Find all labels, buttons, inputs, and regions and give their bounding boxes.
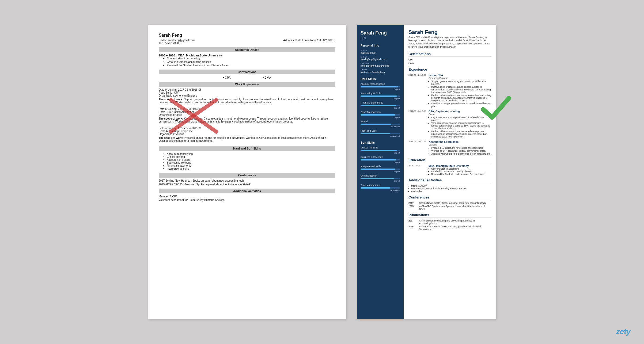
right-pub-2: 2016 Appeared in a BeanCounter Podcast e…	[408, 225, 491, 231]
list-item: Business knowledge	[167, 161, 335, 164]
left-contact-row1: E-Mail: sarahfeng@gmail.com Address: 350…	[159, 39, 335, 42]
right-conf-title: Conferences	[408, 195, 491, 200]
sidebar-soft-skills-title: Soft Skills	[361, 141, 400, 144]
sidebar-twitter: twitter.com/sarahqfeng	[361, 71, 400, 74]
sidebar-linkedin-label: LinkedIn	[361, 62, 400, 64]
list-item: Volunteer accountant for Glade Valley Hu…	[411, 187, 491, 190]
work-org-1: Organization: American Express	[159, 94, 335, 97]
right-summary: Senior CPA and CMA with 8 years' experie…	[408, 36, 491, 49]
conf-2: 2015 AICPA CFO Conference - Spoke on pan…	[159, 183, 335, 186]
sidebar-twitter-label: Twitter	[361, 68, 400, 71]
right-exp-1: 2013-07 - 2018-08 Senior CPA American Ex…	[408, 74, 491, 108]
sidebar-personal-info-title: Personal Info	[361, 44, 400, 47]
exp-bullets-1: Support general accounting functions to …	[431, 80, 491, 108]
sidebar-hard-skills-title: Hard Skills	[361, 77, 400, 81]
list-item: Great in business accounting classes	[167, 60, 335, 63]
list-item: Avid surfer	[411, 190, 491, 193]
right-additional-title: Additional Activities	[408, 178, 491, 183]
zety-watermark: zety	[616, 327, 631, 336]
exp-bullets-2: Key accountant, Cisco global team month-…	[431, 116, 491, 138]
right-cert-title: Certifications	[408, 52, 491, 57]
right-exp-2: 2011-05 - 2013-06 CPA, Capital Accountin…	[408, 110, 491, 138]
soft-skill-4: Communication Expert	[361, 174, 400, 182]
left-work-1: Date of Joining: 2017-03 to 2018-08 Post…	[159, 88, 335, 104]
list-item: Key accountant, Cisco global team month-…	[431, 116, 491, 121]
right-main-name: Sarah Feng	[408, 29, 491, 35]
soft-skill-1: Critical Thinking Expert	[361, 146, 400, 154]
exp-bullets-3: Prepared 15 tax returns for couples and …	[431, 147, 491, 155]
sidebar-phone: 252-623-0300	[361, 52, 400, 54]
right-exp-3: 2011-06 - 2010-05 Accounting Exerpience …	[408, 140, 491, 155]
left-tel: Tel: 252-623-0300	[159, 42, 335, 45]
exp-title-2: CPA, Capital Accounting	[429, 110, 491, 113]
work-org-3: Organization: Various	[159, 133, 335, 136]
exp-title-1: Senior CPA	[429, 74, 491, 77]
list-item: Through account analysis, identified opp…	[431, 122, 491, 130]
left-resume: Sarah Feng E-Mail: sarahfeng@gmail.com A…	[148, 25, 346, 319]
list-item: Interpersonal skills	[167, 167, 335, 170]
list-item: Financial statements	[167, 164, 335, 167]
work-scope-1: The scope of work: Support general accou…	[159, 98, 335, 104]
list-item: Account reconciliation	[167, 152, 335, 155]
conf-1: 2017 Scaling New Heights - Spoke on pane…	[159, 179, 335, 182]
hard-skill-1: Account Reconciliation Expert	[361, 83, 400, 90]
exp-org-1: American Express	[429, 77, 491, 79]
list-item: Critical thinking	[167, 155, 335, 158]
right-activities: Member, AICPA Volunteer accountant for G…	[411, 185, 491, 193]
sidebar-email-label: E-mail	[361, 56, 400, 58]
left-edu-title: 2006 – 2010 - MBA, Michigan State Univer…	[159, 54, 335, 57]
left-email: E-Mail: sarahfeng@gmail.com	[159, 39, 195, 42]
list-item: Accounting IT skills	[167, 158, 335, 161]
sidebar-email: sarahqfeng@gmail.com	[361, 58, 400, 61]
work-joining-3: Date of Joining: 2010-05 to 2011-06	[159, 127, 335, 130]
work-post-3: Post: Accounting Exerpience	[159, 130, 335, 133]
right-edu-title: Education	[408, 158, 491, 163]
left-edu-entry: 2006 – 2010 - MBA, Michigan State Univer…	[159, 54, 335, 67]
cert-cma: • CMA	[263, 76, 271, 79]
list-item: Member, AICPA	[411, 185, 491, 187]
right-edu-entry: 2006 - 2010 MBA, Michigan State Universi…	[408, 165, 491, 175]
list-item: Concentration in accounting	[431, 167, 484, 170]
hard-skill-6: Profit and Loss Advanced	[361, 129, 400, 137]
additional-1: Member, AICPA	[159, 195, 335, 198]
left-contact-info: E-Mail: sarahfeng@gmail.com Address: 350…	[159, 39, 335, 45]
left-edu-bullets: Concentration in accounting Great in bus…	[167, 57, 335, 67]
hard-skill-4: Asset Management Expert	[361, 111, 400, 119]
list-item: Assisted with Quickbooks cleanup for a t…	[431, 152, 491, 155]
right-sidebar-title: CPA	[361, 36, 400, 40]
left-conf-header: Conferences	[159, 173, 335, 178]
exp-title-3: Accounting Exerpience	[429, 140, 491, 143]
left-academic-header: Academic Details	[159, 47, 335, 52]
work-joining-2: Date of Joining: 2011-05 to 2013-06	[159, 108, 335, 110]
soft-skill-2: Business Knowledge Expert	[361, 156, 400, 163]
right-pub-title: Publications	[408, 213, 491, 218]
exp-org-2: Cisco	[429, 113, 491, 116]
list-item: Received the Student Leadership and Serv…	[167, 64, 335, 67]
left-skills-header: Hard and Soft Skills	[159, 146, 335, 151]
exp-org-3: Various	[429, 143, 491, 146]
left-skills-list: Account reconciliation Critical thinking…	[167, 152, 335, 170]
sidebar-phone-label: Phone	[361, 49, 400, 52]
left-work-header: Work Experience	[159, 82, 335, 87]
soft-skill-3: Interpersonal Skills Expert	[361, 165, 400, 173]
list-item: Worked with cross-functional teams to co…	[431, 94, 491, 102]
right-exp-title: Experience	[408, 67, 491, 72]
work-scope-2: The scope of work: Key accountant, Cisco…	[159, 117, 335, 123]
left-work-3: Date of Joining: 2010-05 to 2011-06 Post…	[159, 127, 335, 142]
list-item: Identified a company-wide issue that sav…	[431, 102, 491, 108]
left-work-2: Date of Joining: 2011-05 to 2013-06 Post…	[159, 108, 335, 123]
soft-skill-5: Time Management Advanced	[361, 184, 400, 192]
left-address: Address: 350 5th Ave New York, NY, 10118	[283, 39, 335, 42]
right-edu-degree: MBA, Michigan State University	[429, 165, 484, 167]
right-resume: Sarah Feng CPA Personal Info Phone 252-6…	[357, 25, 496, 319]
right-sidebar-name: Sarah Feng	[361, 30, 400, 36]
left-name: Sarah Feng	[159, 33, 335, 38]
sidebar-linkedin: linkedin.com/in/sarahqfeng	[361, 64, 400, 67]
work-scope-3: The scope of work: Prepared 15 tax retur…	[159, 136, 335, 142]
right-cert-cma: CMA	[408, 62, 491, 65]
additional-2: Volunteer accountant for Glade Valley Hu…	[159, 198, 335, 201]
list-item: Excelled in business accounting classes	[431, 170, 484, 173]
right-conf-2: 2015 AICPA CFO Conference - Spoke on pan…	[408, 205, 491, 210]
right-cert-cpa: CPA	[408, 58, 491, 61]
work-post-2: Post: CPA, Capital Accounting	[159, 110, 335, 113]
